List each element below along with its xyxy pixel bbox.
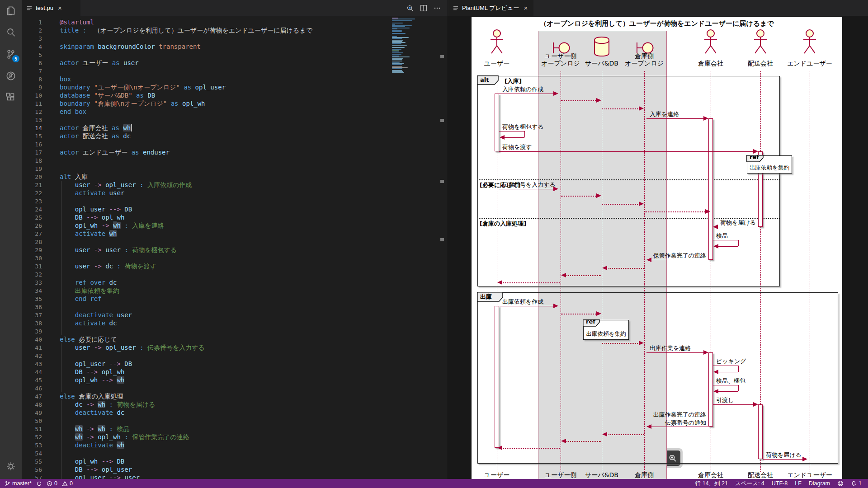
code-line[interactable]: 34 出庫依頼を集約	[22, 286, 448, 295]
minimap[interactable]	[391, 18, 418, 479]
code-line[interactable]: 19	[22, 164, 448, 173]
code-line[interactable]: 33 ref over dc	[22, 278, 448, 286]
code-line[interactable]: 11boundary "倉庫側\nオープンロジ" as opl_wh	[22, 99, 448, 108]
code-line[interactable]: 56 DB --> opl_user	[22, 465, 448, 474]
tab-test-pu[interactable]: test.pu ×	[22, 0, 80, 16]
code-line[interactable]: 42	[22, 352, 448, 360]
svg-text:出庫: 出庫	[480, 293, 492, 300]
self-message-line	[718, 246, 738, 247]
plantuml-preview-pane[interactable]: （オープンロジを利用して）ユーザーが荷物をエンドユーザーに届けるまで alt[入…	[448, 16, 868, 479]
tab-close-icon[interactable]: ×	[57, 4, 63, 12]
code-line[interactable]: 14actor 倉庫会社 as wh	[22, 124, 448, 132]
code-line[interactable]: 3	[22, 34, 448, 42]
code-line[interactable]: 28	[22, 238, 448, 246]
code-line[interactable]: 51 wh -> wh : 検品	[22, 425, 448, 433]
extensions-icon[interactable]	[0, 87, 22, 108]
feedback-item[interactable]	[837, 480, 844, 487]
code-line[interactable]: 31 user -> dc : 荷物を渡す	[22, 262, 448, 270]
participant-label: エンドユーザー	[787, 60, 832, 67]
indent-guide	[61, 197, 61, 205]
errors-item[interactable]: 0	[47, 480, 57, 487]
code-line[interactable]: 52 wh -> opl_wh : 保管作業完了の連絡	[22, 433, 448, 441]
code-line[interactable]: 29 user -> user : 荷物を梱包する	[22, 246, 448, 254]
line-number: 28	[22, 238, 42, 246]
code-line[interactable]: 21 user -> opl_user : 入庫依頼の作成	[22, 181, 448, 189]
code-line[interactable]: 25 DB --> opl_wh	[22, 213, 448, 221]
code-line[interactable]: 4skinparam backgroundColor transparent	[22, 42, 448, 51]
message-label: 出庫作業完了の連絡	[653, 411, 706, 419]
code-line[interactable]: 54	[22, 449, 448, 457]
cursor-position[interactable]: 行 14、列 21	[695, 480, 728, 488]
code-line[interactable]: 38 activate dc	[22, 319, 448, 327]
source-control-icon[interactable]: 5	[0, 43, 22, 65]
warnings-item[interactable]: 0	[62, 480, 73, 487]
code-line[interactable]: 6actor ユーザー as user	[22, 59, 448, 67]
code-line[interactable]: 37 deactivate user	[22, 311, 448, 319]
code-line[interactable]: 26 opl_wh -> wh : 入庫を連絡	[22, 221, 448, 230]
line-number: 7	[22, 67, 42, 75]
code-line[interactable]: 40else 必要に応じて	[22, 335, 448, 343]
code-line[interactable]: 1@startuml	[22, 18, 448, 26]
code-line[interactable]: 50	[22, 417, 448, 425]
minimap-line	[392, 43, 401, 44]
message-line	[713, 404, 754, 405]
code-line[interactable]: 41 user -> opl_user : 伝票番号を入力する	[22, 343, 448, 352]
alt-divider	[477, 179, 780, 180]
code-line[interactable]: 57 opl_user --> user	[22, 474, 448, 479]
notifications-item[interactable]: 1	[851, 480, 862, 487]
code-line[interactable]: 9boundary "ユーザー側\nオープンロジ" as opl_user	[22, 83, 448, 91]
code-line[interactable]: 7	[22, 67, 448, 75]
code-line[interactable]: 53 deactivate wh	[22, 441, 448, 449]
code-line[interactable]: 17actor エンドユーザー as enduser	[22, 148, 448, 156]
code-line[interactable]: 15actor 配送会社 as dc	[22, 132, 448, 140]
code-line[interactable]: 47else 倉庫の入庫処理	[22, 392, 448, 400]
debug-icon[interactable]	[0, 65, 22, 87]
code-line[interactable]: 27 activate wh	[22, 230, 448, 238]
diagram-canvas[interactable]: （オープンロジを利用して）ユーザーが荷物をエンドユーザーに届けるまで alt[入…	[472, 17, 842, 479]
code-line[interactable]: 43 opl_user --> DB	[22, 360, 448, 368]
code-line[interactable]: 2title : （オープンロジを利用して）ユーザーが荷物をエンドユーザーに届け…	[22, 26, 448, 34]
code-line[interactable]: 32	[22, 270, 448, 278]
explorer-icon[interactable]	[0, 0, 22, 22]
encoding[interactable]: UTF-8	[772, 480, 788, 487]
code-line[interactable]: 20alt 入庫	[22, 173, 448, 181]
plantuml-preview-icon[interactable]	[404, 2, 416, 14]
code-line[interactable]: 39	[22, 327, 448, 335]
code-line[interactable]: 45 opl_wh --> wh	[22, 376, 448, 384]
tab-close-icon[interactable]: ×	[522, 4, 529, 12]
code-editor[interactable]: 1@startuml2title : （オープンロジを利用して）ユーザーが荷物を…	[22, 16, 448, 479]
code-line[interactable]: 46	[22, 384, 448, 392]
more-actions-icon[interactable]	[431, 2, 443, 14]
code-line[interactable]: 36	[22, 303, 448, 311]
sync-item[interactable]	[36, 481, 42, 487]
indentation[interactable]: スペース: 4	[735, 480, 764, 488]
code-area[interactable]: 1@startuml2title : （オープンロジを利用して）ユーザーが荷物を…	[22, 18, 448, 479]
eol-sequence[interactable]: LF	[795, 480, 802, 487]
code-line[interactable]: 5	[22, 51, 448, 59]
search-icon[interactable]	[0, 22, 22, 43]
code-line[interactable]: 30	[22, 254, 448, 262]
code-line[interactable]: 49 deactivate dc	[22, 408, 448, 417]
code-line[interactable]: 16	[22, 140, 448, 148]
code-line[interactable]: 10database "サーバ&DB" as DB	[22, 91, 448, 99]
code-line[interactable]: 8box	[22, 75, 448, 83]
code-line[interactable]: 55 opl_wh --> DB	[22, 457, 448, 465]
code-line[interactable]: 44 DB --> opl_wh	[22, 368, 448, 376]
code-line[interactable]: 24 opl_user --> DB	[22, 205, 448, 213]
message-line	[561, 196, 597, 197]
arrowhead	[561, 273, 566, 277]
arrowhead	[639, 341, 644, 345]
code-line[interactable]: 23	[22, 197, 448, 205]
code-line[interactable]: 22 activate user	[22, 189, 448, 197]
code-line[interactable]: 18	[22, 156, 448, 164]
tab-plantuml-preview[interactable]: PlantUML プレビュー ×	[448, 0, 533, 16]
git-branch-item[interactable]: master*	[5, 480, 32, 487]
code-line[interactable]: 35 end ref	[22, 295, 448, 303]
settings-gear-icon[interactable]	[0, 455, 22, 477]
code-line[interactable]: 12end box	[22, 108, 448, 116]
code-line[interactable]: 13	[22, 116, 448, 124]
split-editor-icon[interactable]	[418, 2, 429, 14]
activity-bar: 5	[0, 0, 22, 479]
language-mode[interactable]: Diagram	[809, 480, 830, 487]
code-line[interactable]: 48 dc -> wh : 荷物を届ける	[22, 400, 448, 408]
